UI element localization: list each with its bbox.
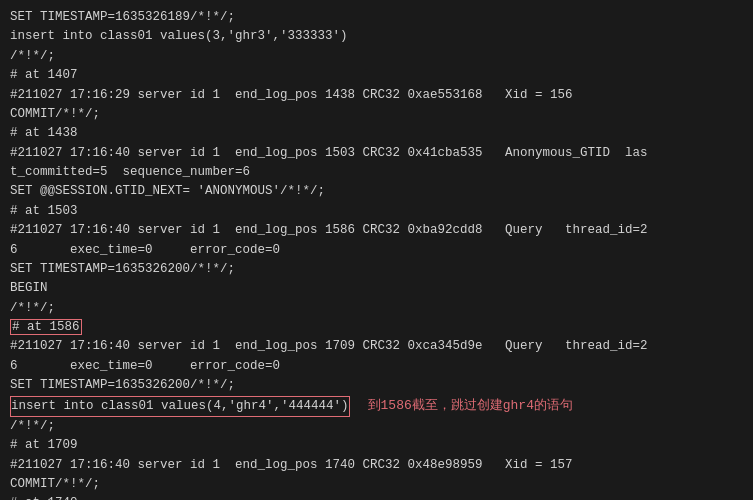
line-25: COMMIT/*!*/; — [10, 475, 743, 494]
line-1: SET TIMESTAMP=1635326189/*!*/; — [10, 8, 743, 27]
line-21-highlight: insert into class01 values(4,'ghr4','444… — [10, 396, 350, 417]
line-2: insert into class01 values(3,'ghr3','333… — [10, 27, 743, 46]
terminal: SET TIMESTAMP=1635326189/*!*/; insert in… — [0, 0, 753, 500]
line-13: 6 exec_time=0 error_code=0 — [10, 241, 743, 260]
line-16: /*!*/; — [10, 299, 743, 318]
line-20: SET TIMESTAMP=1635326200/*!*/; — [10, 376, 743, 395]
annotation-text: 到1586截至，跳过创建ghr4的语句 — [368, 396, 573, 416]
line-4: # at 1407 — [10, 66, 743, 85]
line-7: # at 1438 — [10, 124, 743, 143]
line-19: 6 exec_time=0 error_code=0 — [10, 357, 743, 376]
line-14: SET TIMESTAMP=1635326200/*!*/; — [10, 260, 743, 279]
line-5: #211027 17:16:29 server id 1 end_log_pos… — [10, 86, 743, 105]
line-24: #211027 17:16:40 server id 1 end_log_pos… — [10, 456, 743, 475]
line-23: # at 1709 — [10, 436, 743, 455]
line-22: /*!*/; — [10, 417, 743, 436]
line-3: /*!*/; — [10, 47, 743, 66]
line-11: # at 1503 — [10, 202, 743, 221]
line-15: BEGIN — [10, 279, 743, 298]
line-9: t_committed=5 sequence_number=6 — [10, 163, 743, 182]
line-6: COMMIT/*!*/; — [10, 105, 743, 124]
line-17: # at 1586 — [10, 318, 743, 337]
line-12: #211027 17:16:40 server id 1 end_log_pos… — [10, 221, 743, 240]
line-26: # at 1740 — [10, 494, 743, 500]
line-10: SET @@SESSION.GTID_NEXT= 'ANONYMOUS'/*!*… — [10, 182, 743, 201]
line-8: #211027 17:16:40 server id 1 end_log_pos… — [10, 144, 743, 163]
line-21-row: insert into class01 values(4,'ghr4','444… — [10, 396, 743, 417]
line-18: #211027 17:16:40 server id 1 end_log_pos… — [10, 337, 743, 356]
highlight-at-1586: # at 1586 — [10, 319, 82, 335]
